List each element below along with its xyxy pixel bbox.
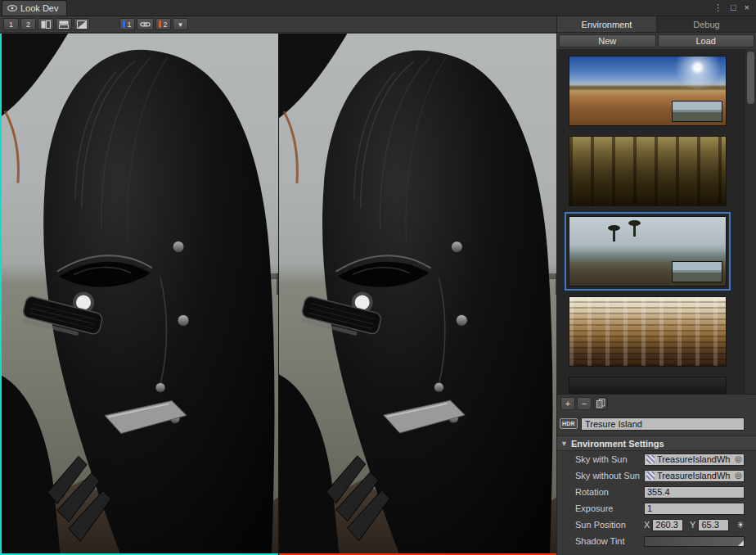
cubemap-texture-icon	[646, 455, 655, 463]
sun-x-input[interactable]	[652, 519, 683, 531]
hdri-thumbnail-forest[interactable]	[569, 136, 727, 206]
duplicate-environment-button[interactable]	[593, 397, 608, 410]
sky-without-sun-row: Sky without Sun TreasureIslandWh ◎	[557, 467, 756, 484]
shadow-tint-label: Shadow Tint	[575, 536, 644, 546]
hdri-thumbnail-treasure-island[interactable]	[569, 216, 727, 287]
sun-x-axis-label: X	[644, 520, 650, 530]
thumbnail-scrollbar[interactable]	[745, 49, 756, 394]
environment-name-row: HDR	[557, 415, 756, 432]
sun-y-axis-label: Y	[690, 520, 695, 530]
split-zone-layout-icon	[77, 20, 87, 29]
split-horizontal-layout-button[interactable]	[56, 18, 72, 30]
exposure-label: Exposure	[575, 503, 644, 513]
add-environment-button[interactable]: +	[560, 397, 575, 410]
viewport-2[interactable]	[278, 34, 556, 555]
hdri-list-toolbar: + −	[557, 395, 756, 413]
shadow-tint-row: Shadow Tint	[557, 533, 756, 549]
sky-without-sun-value: TreasureIslandWh	[657, 471, 732, 481]
hdri-thumbnail-dark-studio[interactable]	[569, 377, 727, 395]
cubemap-texture-icon	[646, 472, 655, 480]
kebab-menu-icon[interactable]: ⋮	[713, 3, 722, 12]
environment-settings-title: Environment Settings	[571, 439, 664, 449]
environment-2-button[interactable]: 2	[155, 18, 171, 30]
tab-debug[interactable]: Debug	[657, 16, 756, 32]
sun-position-row: Sun Position X Y ☀	[557, 517, 756, 533]
foldout-arrow-icon[interactable]: ▼	[560, 440, 568, 448]
single-view-2-label: 2	[26, 20, 30, 29]
hdri-thumbnail-church-interior[interactable]	[569, 296, 727, 367]
look-dev-window: Look Dev ⋮ □ × 1 2	[0, 0, 756, 555]
titlebar: Look Dev ⋮ □ ×	[0, 0, 756, 16]
load-environment-button[interactable]: Load	[658, 34, 755, 47]
robot-head-render-1	[0, 34, 278, 555]
duplicate-icon	[596, 399, 605, 408]
object-picker-icon[interactable]: ◎	[735, 455, 742, 463]
tab-environment[interactable]: Environment	[557, 16, 657, 32]
environment-settings-header[interactable]: ▼ Environment Settings	[557, 435, 756, 451]
sun-y-input[interactable]	[698, 519, 729, 531]
rotation-row: Rotation	[557, 484, 756, 500]
load-button-label: Load	[696, 36, 716, 46]
sky-without-sun-label: Sky without Sun	[575, 471, 644, 481]
plus-icon: +	[565, 399, 570, 408]
object-picker-icon[interactable]: ◎	[735, 472, 742, 480]
env-2-color-chip	[159, 20, 161, 28]
environment-name-input[interactable]	[581, 417, 745, 431]
rotation-input[interactable]	[644, 486, 745, 499]
link-environments-button[interactable]	[137, 18, 154, 30]
single-view-1-button[interactable]: 1	[3, 18, 19, 30]
sky-with-sun-label: Sky with Sun	[575, 454, 644, 464]
toolbar-dropdown-button[interactable]: ▾	[173, 18, 188, 30]
hdri-thumbnail-desert-sun[interactable]	[569, 56, 727, 126]
lookdev-toolbar: 1 2 1	[0, 16, 556, 33]
single-view-2-button[interactable]: 2	[20, 18, 36, 30]
split-horizontal-layout-icon	[59, 20, 69, 29]
caret-down-icon: ▾	[178, 20, 182, 29]
hdri-mini-inset	[672, 101, 722, 122]
tab-debug-label: Debug	[693, 20, 719, 29]
remove-environment-button[interactable]: −	[577, 397, 592, 410]
new-button-label: New	[598, 36, 616, 46]
scrollbar-thumb[interactable]	[747, 52, 754, 104]
window-title: Look Dev	[20, 3, 58, 13]
minus-icon: −	[582, 399, 587, 408]
environment-1-button[interactable]: 1	[119, 18, 135, 30]
sky-with-sun-value: TreasureIslandWh	[657, 454, 732, 464]
env-1-label: 1	[127, 20, 131, 29]
sky-sea-backdrop-1	[0, 34, 278, 555]
sky-without-sun-object-field[interactable]: TreasureIslandWh ◎	[644, 470, 745, 482]
exposure-input[interactable]	[644, 503, 745, 515]
side-by-side-layout-icon	[41, 20, 51, 29]
tab-environment-label: Environment	[582, 20, 632, 29]
sky-with-sun-row: Sky with Sun TreasureIslandWh ◎	[557, 451, 756, 467]
shadow-tint-color-swatch[interactable]	[644, 536, 745, 547]
palm-tree-silhouette	[633, 224, 636, 237]
hdri-thumbnail-list	[557, 49, 756, 395]
link-icon	[140, 20, 151, 28]
exposure-row: Exposure	[557, 500, 756, 517]
robot-head-render-2	[279, 34, 556, 555]
look-dev-eye-icon	[7, 4, 17, 12]
window-tab-look-dev[interactable]: Look Dev	[2, 0, 67, 16]
panel-actions: New Load	[557, 33, 756, 49]
hdri-mini-inset	[672, 261, 722, 282]
environment-panel: Environment Debug New Load	[556, 16, 756, 555]
sun-position-label: Sun Position	[575, 520, 644, 530]
maximize-icon[interactable]: □	[731, 3, 736, 12]
sky-sea-backdrop-2	[279, 34, 556, 555]
viewport-1[interactable]	[0, 34, 278, 555]
side-by-side-layout-button[interactable]	[38, 18, 54, 30]
new-environment-button[interactable]: New	[559, 34, 656, 47]
single-view-1-label: 1	[9, 20, 13, 29]
titlebar-spacer	[67, 0, 706, 16]
viewport-area	[0, 34, 556, 555]
panel-tabs: Environment Debug	[557, 16, 756, 33]
split-zone-layout-button[interactable]	[74, 18, 90, 30]
sun-icon[interactable]: ☀	[736, 521, 745, 530]
close-icon[interactable]: ×	[745, 3, 749, 12]
env-2-label: 2	[163, 20, 167, 29]
hdr-badge: HDR	[560, 418, 578, 429]
sky-with-sun-object-field[interactable]: TreasureIslandWh ◎	[644, 453, 745, 466]
window-controls: ⋮ □ ×	[707, 0, 756, 16]
env-1-color-chip	[123, 20, 125, 28]
